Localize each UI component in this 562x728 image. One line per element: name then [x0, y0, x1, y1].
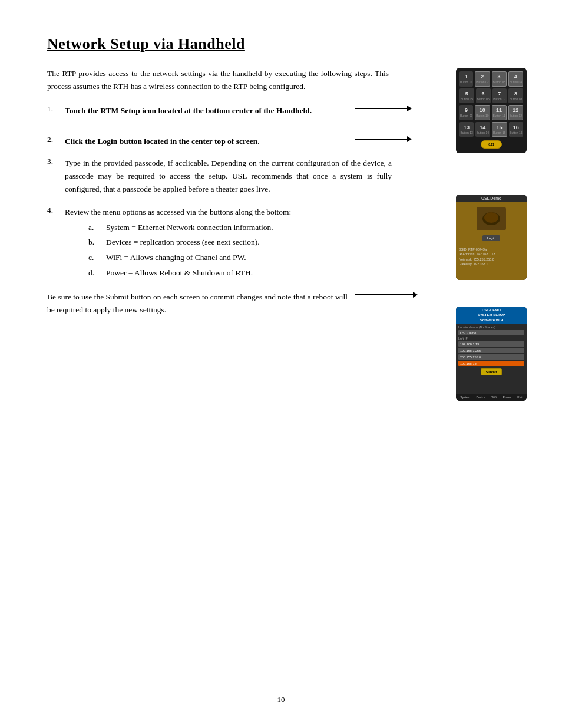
footer-arrow [355, 294, 414, 295]
ssid-info: SSID: RTP-00743a [459, 247, 524, 252]
page-number: 10 [277, 695, 285, 704]
footer-btn-device[interactable]: Device [477, 396, 485, 399]
grid-btn-6[interactable]: 6Button 06 [476, 88, 491, 104]
step-4: 4. Review the menu options as accessed v… [47, 206, 515, 281]
steps-section: 1. Touch the RTM Setup icon located at t… [47, 104, 515, 316]
footer-btn-wifi[interactable]: Wifi [492, 396, 497, 399]
step-4a-letter: a. [88, 221, 106, 234]
step-4b-text: Devices = replication process (see next … [106, 236, 260, 249]
grid-btn-8[interactable]: 8Button 08 [508, 88, 523, 104]
intro-paragraph: The RTP provides access to the network s… [47, 67, 389, 93]
login-button[interactable]: Login [482, 235, 501, 241]
step-4b: b. Devices = replication process (see ne… [88, 236, 392, 249]
ip-info: IP Address: 192.168.1.13 [459, 252, 524, 256]
login-info: SSID: RTP-00743a IP Address: 192.168.1.1… [459, 247, 524, 266]
device-svg [481, 210, 502, 227]
grid-btn-1[interactable]: 1Button 01 [459, 71, 473, 87]
footer-btn-exit[interactable]: Exit [517, 396, 522, 399]
field-gateway[interactable]: 192.168.1.x [458, 361, 524, 366]
location-value: USL-Demo [458, 330, 524, 335]
setup-body: Location Name (No Spaces) USL-Demo LAN I… [456, 324, 527, 394]
step-4d: d. Power = Allows Reboot & Shutdown of R… [88, 266, 392, 279]
field-ip[interactable]: 192.168.1.13 [458, 341, 524, 347]
step-4-list: a. System = Ethernet Network connection … [88, 221, 392, 279]
footer-note: Be sure to use the Submit button on each… [47, 291, 515, 316]
step-4a-text: System = Ethernet Network connection inf… [106, 221, 273, 234]
step-4d-text: Power = Allows Reboot & Shutdown of RTH. [106, 266, 253, 279]
login-btn-row: Login [459, 235, 524, 241]
setup-footer: System Device Wifi Power Exit [456, 394, 527, 401]
step-4b-letter: b. [88, 236, 106, 249]
grid-btn-4[interactable]: 4Button 04 [508, 71, 523, 87]
screenshot-login: USL Demo Login SSID: RTP-00743a [456, 195, 527, 280]
step-4a: a. System = Ethernet Network connection … [88, 221, 392, 234]
step-2-arrow [355, 139, 408, 140]
netmask-info: Netmask: 255.255.255.0 [459, 257, 524, 262]
step-1: 1. Touch the RTM Setup icon located at t… [47, 104, 515, 117]
location-label: Location Name (No Spaces) [458, 325, 524, 329]
setup-header-line2: SYSTEM SETUP [457, 312, 525, 317]
step-2-text: Click the Login button located in the ce… [65, 135, 348, 148]
submit-button[interactable]: Submit [481, 368, 503, 375]
screenshot-2-container: USL Demo Login SSID: RTP-00743a [456, 195, 527, 280]
field-broadcast[interactable]: 192.168.1.255 [458, 348, 524, 353]
setup-header: USL-DEMO SYSTEM SETUP Software v1.9 [456, 307, 527, 324]
step-4-number: 4. [47, 206, 65, 215]
step-4-text: Review the menu options as accessed via … [65, 206, 392, 281]
login-header: USL Demo [456, 195, 527, 202]
step-4c-letter: c. [88, 251, 106, 264]
page-container: Network Setup via Handheld 1Button 01 2B… [0, 0, 562, 728]
step-1-text: Touch the RTM Setup icon located at the … [65, 104, 348, 117]
step-2: 2. Click the Login button located in the… [47, 135, 515, 148]
setup-software: Software v1.9 [457, 318, 525, 322]
step-2-number: 2. [47, 135, 65, 144]
grid-btn-5[interactable]: 5Button 05 [459, 88, 474, 104]
step-3-number: 3. [47, 157, 65, 166]
footer-btn-system[interactable]: System [460, 396, 470, 399]
arrow-line-footer [355, 294, 414, 295]
gateway-info: Gateway: 192.168.1.1 [459, 262, 524, 266]
step-4d-letter: d. [88, 266, 106, 279]
grid-row-1: 1Button 01 2Button 02 3Button 03 4Button… [459, 71, 523, 87]
footer-btn-power[interactable]: Power [503, 396, 511, 399]
arrow-line-1 [355, 108, 408, 109]
screenshot-setup: USL-DEMO SYSTEM SETUP Software v1.9 Loca… [456, 307, 527, 401]
device-icon [477, 207, 506, 230]
step-3-text: Type in the provided passcode, if acclic… [65, 157, 392, 195]
screenshot-3-container: USL-DEMO SYSTEM SETUP Software v1.9 Loca… [456, 307, 527, 401]
page-title: Network Setup via Handheld [47, 35, 515, 53]
svg-point-1 [484, 212, 498, 223]
field-netmask[interactable]: 255.255.255.0 [458, 354, 524, 360]
step-1-number: 1. [47, 104, 65, 114]
footer-note-text: Be sure to use the Submit button on each… [47, 291, 348, 316]
submit-row: Submit [458, 368, 524, 375]
step-1-arrow [355, 108, 408, 109]
step-3: 3. Type in the provided passcode, if acc… [47, 157, 515, 195]
grid-row-2: 5Button 05 6Button 06 7Button 07 8Button… [459, 88, 523, 104]
step-4c: c. WiFi = Allows changing of Chanel and … [88, 251, 392, 264]
step-4c-text: WiFi = Allows changing of Chanel and PW. [106, 251, 246, 264]
setup-header-line1: USL-DEMO [457, 308, 525, 312]
grid-btn-7[interactable]: 7Button 07 [492, 88, 507, 104]
login-main: Login SSID: RTP-00743a IP Address: 192.1… [456, 202, 527, 280]
lan-label: LAN IP [458, 337, 524, 340]
grid-btn-3[interactable]: 3Button 03 [492, 71, 507, 87]
grid-btn-2[interactable]: 2Button 02 [475, 71, 490, 87]
arrow-line-2 [355, 139, 408, 140]
